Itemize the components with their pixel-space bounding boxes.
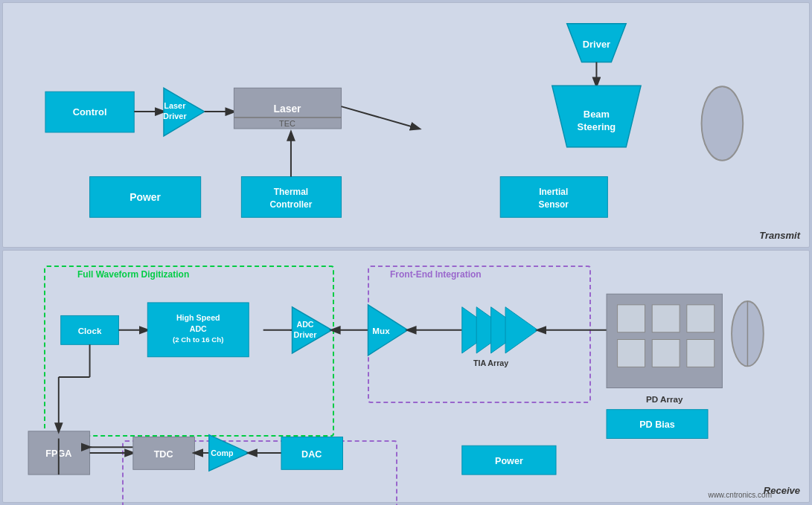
svg-text:Power: Power (495, 456, 523, 466)
svg-rect-23 (90, 177, 201, 218)
svg-text:Sensor: Sensor (539, 199, 569, 210)
full-waveform-border (44, 266, 334, 437)
svg-marker-16 (567, 24, 627, 62)
svg-text:Thermal: Thermal (274, 187, 308, 197)
svg-text:Steering: Steering (578, 121, 616, 132)
receive-section: Receive Full Waveform Digitization Front… (2, 250, 810, 503)
watermark: www.cntronics.com (708, 491, 772, 499)
transmit-section: Transmit Control Laser Driver Laser TEC (2, 2, 810, 248)
svg-rect-58 (652, 339, 680, 367)
svg-text:Control: Control (73, 106, 107, 118)
svg-text:TEC: TEC (279, 119, 295, 128)
svg-rect-59 (687, 339, 715, 367)
svg-rect-63 (28, 431, 90, 475)
rising-edge-border (122, 440, 397, 505)
svg-text:Driver: Driver (163, 112, 187, 120)
svg-marker-3 (164, 88, 205, 136)
front-end-border (368, 266, 591, 403)
svg-rect-79 (607, 410, 708, 439)
svg-text:PD Array: PD Array (646, 394, 683, 404)
svg-text:Beam: Beam (584, 109, 610, 120)
svg-text:Controller: Controller (269, 199, 312, 210)
svg-rect-57 (618, 339, 645, 367)
svg-rect-12 (241, 177, 341, 218)
svg-rect-25 (500, 177, 607, 218)
svg-rect-53 (607, 294, 722, 387)
svg-text:Laser: Laser (164, 101, 186, 110)
svg-rect-54 (618, 305, 645, 332)
svg-rect-7 (234, 88, 341, 129)
svg-line-11 (342, 106, 419, 129)
svg-rect-0 (45, 91, 134, 132)
full-waveform-label: Full Waveform Digitization (77, 269, 189, 280)
svg-text:PD Bias: PD Bias (639, 419, 675, 430)
svg-text:Driver: Driver (583, 39, 610, 50)
svg-text:Inertial: Inertial (539, 187, 568, 197)
svg-rect-55 (652, 305, 680, 332)
transmit-svg: Control Laser Driver Laser TEC Thermal C… (3, 3, 809, 247)
svg-rect-56 (687, 305, 715, 332)
svg-text:FPGA: FPGA (45, 448, 71, 459)
svg-point-61 (732, 301, 764, 366)
svg-text:Laser: Laser (273, 103, 301, 115)
svg-text:Power: Power (130, 191, 161, 203)
transmit-label: Transmit (759, 230, 800, 241)
svg-point-22 (702, 86, 744, 160)
svg-rect-81 (462, 446, 556, 475)
main-container: Transmit Control Laser Driver Laser TEC (0, 0, 812, 505)
svg-marker-19 (552, 86, 641, 147)
front-end-label: Front-End Integration (390, 269, 482, 280)
